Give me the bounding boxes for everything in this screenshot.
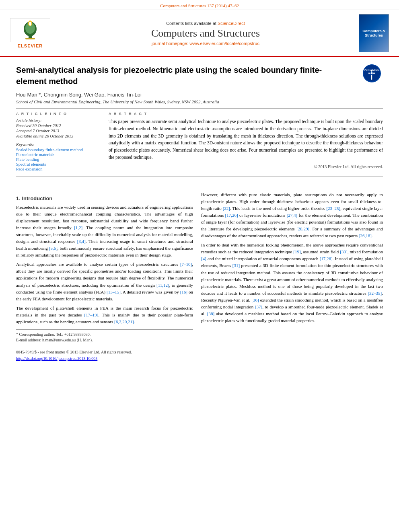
main-left-column: 1. Introduction Piezoelectric materials … <box>16 191 193 361</box>
right-paragraph-2: In order to deal with the numerical lock… <box>201 242 383 324</box>
keywords-section: Keywords: Scaled boundary finite-element… <box>16 142 101 171</box>
abstract-column: A B S T R A C T This paper presents an a… <box>109 112 383 172</box>
ref-27-4[interactable]: [27,4] <box>287 213 298 218</box>
article-info-label: A R T I C L E I N F O <box>16 112 101 116</box>
keyword-3[interactable]: Plate bending <box>16 157 101 162</box>
journal-header: ELSEVIER Contents lists available at Sci… <box>0 10 399 57</box>
journal-homepage: journal homepage: www.elsevier.com/locat… <box>60 41 351 46</box>
keyword-link-2[interactable]: Piezoelectric materials <box>16 152 54 157</box>
abstract-text: This paper presents an accurate semi-ana… <box>109 118 383 161</box>
ref-17-26b[interactable]: [17,26] <box>320 256 333 261</box>
ref-32-35[interactable]: [32–35] <box>368 291 382 296</box>
ref-28-29[interactable]: [28,29] <box>296 226 309 231</box>
journal-ref-text: Computers and Structures 137 (2014) 47–6… <box>160 3 239 8</box>
svg-rect-3 <box>25 38 35 39</box>
ref-3-4[interactable]: [3,4] <box>77 239 86 244</box>
keyword-link-3[interactable]: Plate bending <box>16 157 39 162</box>
ref-26-18[interactable]: [26,18] <box>359 233 372 238</box>
divider-2 <box>16 177 383 177</box>
ref-23-25[interactable]: [23–25] <box>326 206 340 211</box>
crossmark-icon: CrossMark <box>363 64 381 82</box>
divider-1 <box>16 108 383 109</box>
affiliation: School of Civil and Environmental Engine… <box>16 99 383 104</box>
abstract-label: A B S T R A C T <box>109 112 383 116</box>
ref-36[interactable]: [36] <box>251 298 259 302</box>
ref-4[interactable]: [4] <box>201 256 206 261</box>
article-info-column: A R T I C L E I N F O Article history: R… <box>16 112 101 172</box>
footnote-area: * Corresponding author. Tel.: +612 93855… <box>16 329 193 343</box>
ref-6-2-20-21[interactable]: [6,2,20,21] <box>114 319 134 324</box>
ref-19[interactable]: [19] <box>293 249 300 254</box>
sciencedirect-link[interactable]: ScienceDirect <box>218 21 245 26</box>
history-label: Article history: <box>16 118 101 123</box>
svg-point-11 <box>371 72 373 74</box>
keyword-1[interactable]: Scaled boundary finite-element method <box>16 148 101 152</box>
keywords-label: Keywords: <box>16 142 101 147</box>
journal-title-center: Contents lists available at ScienceDirec… <box>52 21 359 46</box>
right-paragraph-1: However, different with pure elastic mat… <box>201 191 383 239</box>
crossmark-badge[interactable]: CrossMark <box>363 64 383 84</box>
contents-available-line: Contents lists available at ScienceDirec… <box>60 21 351 26</box>
journal-thumb-box: Computers & Structures <box>359 14 389 52</box>
intro-paragraph-1: Piezoelectric materials are widely used … <box>16 204 193 259</box>
keyword-link-4[interactable]: Spectral elements <box>16 162 46 166</box>
ref-31[interactable]: [31] <box>232 263 240 268</box>
info-abstract-columns: A R T I C L E I N F O Article history: R… <box>16 112 383 172</box>
keyword-5[interactable]: Padé expansion <box>16 167 101 171</box>
keyword-4[interactable]: Spectral elements <box>16 162 101 166</box>
ref-17-26[interactable]: [17,26] <box>225 213 238 218</box>
elsevier-wordmark: ELSEVIER <box>18 43 43 48</box>
article-body: CrossMark Semi-analytical analysis for p… <box>0 57 399 187</box>
doi-anchor[interactable]: http://dx.doi.org/10.1016/j.compstruc.20… <box>16 356 97 361</box>
journal-title: Computers and Structures <box>60 27 351 39</box>
elsevier-logo: ELSEVIER <box>8 18 52 48</box>
main-right-column: However, different with pure elastic mat… <box>201 191 383 361</box>
thumb-title: Computers & Structures <box>361 29 387 38</box>
elsevier-logo-box <box>10 18 50 42</box>
intro-paragraph-3: The development of plate/shell elements … <box>16 305 193 325</box>
footnote-corresponding: * Corresponding author. Tel.: +612 93855… <box>16 332 193 337</box>
ref-17-19[interactable]: [17–19] <box>84 312 99 317</box>
ref-11-12[interactable]: [11,12] <box>156 283 169 288</box>
keyword-2[interactable]: Piezoelectric materials <box>16 152 101 157</box>
ref-7-10[interactable]: [7–10] <box>180 262 192 267</box>
authors-line: Hou Man *, Chongmin Song, Wei Gao, Franc… <box>16 92 383 98</box>
keyword-link-1[interactable]: Scaled boundary finite-element method <box>16 148 83 152</box>
doi-link[interactable]: http://dx.doi.org/10.1016/j.compstruc.20… <box>16 356 193 361</box>
accepted-date: Accepted 7 October 2013 <box>16 129 101 133</box>
authors-text: Hou Man *, Chongmin Song, Wei Gao, Franc… <box>16 92 142 98</box>
ref-5-6[interactable]: [5,6] <box>49 246 58 251</box>
ref-38[interactable]: [38] <box>207 311 214 316</box>
footnote-email: E-mail address: h.man@unsw.edu.au (H. Ma… <box>16 337 193 343</box>
ref-1-2[interactable]: [1,2] <box>74 225 82 230</box>
intro-paragraph-2: Analytical approaches are available to a… <box>16 261 193 302</box>
ref-16[interactable]: [16] <box>180 290 187 294</box>
ref-13-15[interactable]: [13–15] <box>107 290 121 294</box>
journal-reference-bar: Computers and Structures 137 (2014) 47–6… <box>0 0 399 10</box>
section-1-heading: 1. Introduction <box>16 195 193 201</box>
available-date: Available online 26 October 2013 <box>16 134 101 138</box>
journal-thumbnail: Computers & Structures <box>359 14 391 52</box>
ref-22[interactable]: [22] <box>223 206 230 211</box>
keyword-link-5[interactable]: Padé expansion <box>16 167 43 171</box>
ref-30[interactable]: [30] <box>340 249 347 254</box>
ref-37[interactable]: [37] <box>255 304 262 309</box>
issn-line: 0045-7949/$ - see front matter © 2013 El… <box>16 349 193 355</box>
main-article-content: 1. Introduction Piezoelectric materials … <box>0 187 399 365</box>
article-title: Semi-analytical analysis for piezoelectr… <box>16 64 346 87</box>
received-date: Received 30 October 2012 <box>16 123 101 128</box>
abstract-copyright: © 2013 Elsevier Ltd. All rights reserved… <box>109 164 383 169</box>
svg-point-5 <box>29 22 31 26</box>
